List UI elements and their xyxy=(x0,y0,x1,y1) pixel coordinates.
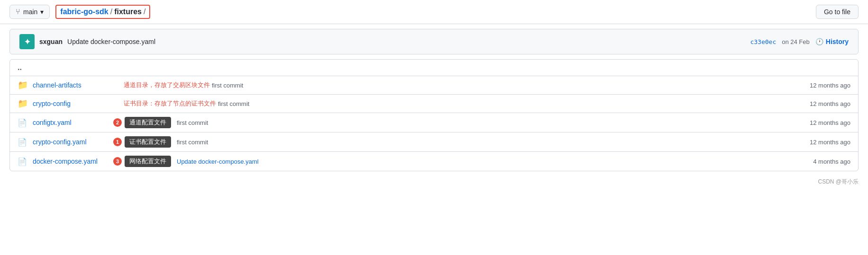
badge-3: 3 xyxy=(113,157,122,166)
commit-date: on 24 Feb xyxy=(782,38,810,45)
commit-msg-link[interactable]: Update docker-compose.yaml xyxy=(177,158,259,165)
history-button[interactable]: 🕐 History xyxy=(815,38,849,45)
file-link[interactable]: docker-compose.yaml xyxy=(33,158,108,165)
file-name-wrapper: crypto-config xyxy=(33,100,118,107)
commit-msg: Update docker-compose.yaml xyxy=(177,158,783,165)
folder-icon: 📁 xyxy=(18,98,27,109)
tooltip-network-config: 网络配置文件 xyxy=(125,156,171,167)
file-name-wrapper: channel-artifacts xyxy=(33,81,118,89)
tooltip-cert-config: 证书配置文件 xyxy=(125,136,171,148)
file-doc-icon: 📄 xyxy=(18,138,27,147)
folder-icon: 📁 xyxy=(18,80,27,90)
history-clock-icon: 🕐 xyxy=(815,38,823,45)
commit-message: Update docker-compose.yaml xyxy=(67,38,155,45)
commit-msg: first commit xyxy=(218,100,783,107)
timestamp: 12 months ago xyxy=(789,100,850,107)
file-link[interactable]: configtx.yaml xyxy=(33,119,108,126)
commit-hash[interactable]: c33e0ec xyxy=(750,38,776,45)
chevron-down-icon: ▾ xyxy=(40,8,44,16)
timestamp: 12 months ago xyxy=(789,139,850,146)
table-row: 📁 crypto-config 证书目录：存放了节点的证书文件 first co… xyxy=(10,95,858,113)
file-annotation: 证书目录：存放了节点的证书文件 first commit xyxy=(124,99,783,108)
table-row: 📄 configtx.yaml 2 通道配置文件 first commit 12… xyxy=(10,113,858,132)
commit-msg: first commit xyxy=(177,139,783,146)
breadcrumb-folder: fixtures xyxy=(114,8,142,16)
file-link[interactable]: crypto-config xyxy=(33,100,108,107)
file-doc-icon: 📄 xyxy=(18,157,27,166)
parent-dir-label: .. xyxy=(18,63,22,72)
table-row: 📄 docker-compose.yaml 3 网络配置文件 Update do… xyxy=(10,152,858,171)
file-doc-icon: 📄 xyxy=(18,118,27,127)
file-annotation: first commit xyxy=(177,119,783,126)
commit-info-bar: ✦ sxguan Update docker-compose.yaml c33e… xyxy=(9,29,859,54)
tooltip-channel-config: 通道配置文件 xyxy=(125,117,171,128)
file-annotation: Update docker-compose.yaml xyxy=(177,158,783,165)
file-link[interactable]: channel-artifacts xyxy=(33,81,108,89)
commit-msg: first commit xyxy=(177,119,783,126)
file-name-wrapper: crypto-config.yaml 1 证书配置文件 xyxy=(33,136,171,148)
commit-username[interactable]: sxguan xyxy=(39,38,63,45)
commit-info-left: ✦ sxguan Update docker-compose.yaml xyxy=(19,34,155,49)
breadcrumb-sep1: / xyxy=(110,8,112,16)
file-annotation: 通道目录，存放了交易区块文件 first commit xyxy=(124,81,783,89)
timestamp: 12 months ago xyxy=(789,119,850,126)
commit-msg: first commit xyxy=(212,82,783,89)
timestamp: 4 months ago xyxy=(789,158,850,165)
top-bar-left: ⑂ main ▾ fabric-go-sdk / fixtures / xyxy=(9,5,150,19)
file-name-wrapper: configtx.yaml 2 通道配置文件 xyxy=(33,117,171,128)
go-to-file-button[interactable]: Go to file xyxy=(816,5,859,19)
annotation-text: 通道目录，存放了交易区块文件 xyxy=(124,81,210,89)
history-label: History xyxy=(826,38,849,45)
watermark: CSDN @哥小乐 xyxy=(0,176,868,188)
top-bar: ⑂ main ▾ fabric-go-sdk / fixtures / Go t… xyxy=(0,0,868,24)
branch-name: main xyxy=(23,8,37,16)
avatar: ✦ xyxy=(19,34,35,49)
file-table: .. 📁 channel-artifacts 通道目录，存放了交易区块文件 fi… xyxy=(9,59,859,171)
branch-icon: ⑂ xyxy=(16,8,20,16)
table-row: 📁 channel-artifacts 通道目录，存放了交易区块文件 first… xyxy=(10,76,858,95)
breadcrumb-trailing: / xyxy=(144,8,145,16)
commit-info-right: c33e0ec on 24 Feb 🕐 History xyxy=(750,38,849,45)
timestamp: 12 months ago xyxy=(789,82,850,89)
badge-1: 1 xyxy=(113,138,122,146)
branch-selector[interactable]: ⑂ main ▾ xyxy=(9,5,50,19)
parent-dir-row[interactable]: .. xyxy=(10,60,858,76)
file-annotation: first commit xyxy=(177,139,783,146)
annotation-text: 证书目录：存放了节点的证书文件 xyxy=(124,99,216,108)
repo-link[interactable]: fabric-go-sdk xyxy=(60,8,108,16)
file-link[interactable]: crypto-config.yaml xyxy=(33,138,108,146)
watermark-text: CSDN @哥小乐 xyxy=(818,178,859,185)
badge-2: 2 xyxy=(113,118,122,127)
table-row: 📄 crypto-config.yaml 1 证书配置文件 first comm… xyxy=(10,132,858,152)
file-name-wrapper: docker-compose.yaml 3 网络配置文件 xyxy=(33,156,171,167)
avatar-initials: ✦ xyxy=(24,37,30,46)
breadcrumb: fabric-go-sdk / fixtures / xyxy=(55,5,150,19)
